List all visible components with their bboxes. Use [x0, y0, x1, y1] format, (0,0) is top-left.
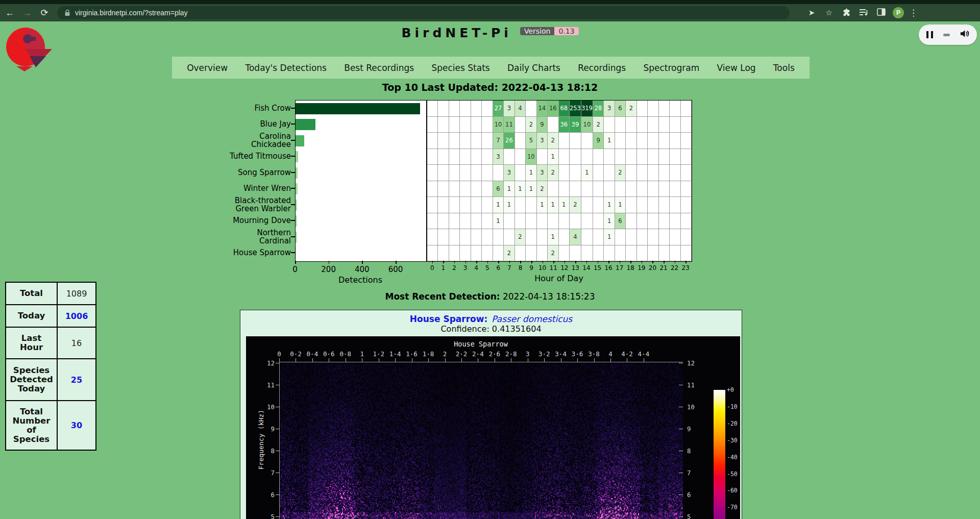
hour-tick-label: 1 [437, 264, 449, 271]
heatmap-cell: 3 [493, 149, 504, 165]
extensions-puzzle-icon[interactable] [840, 8, 853, 18]
browser-menu-button[interactable]: ⋮ [909, 8, 918, 18]
stats-value-total-number-of-species[interactable]: 30 [57, 401, 96, 450]
colorbar-tick: -30 [727, 437, 740, 444]
heatmap-cell [626, 165, 636, 181]
scientific-name: Passer domesticus [492, 314, 572, 324]
pause-button[interactable] [926, 31, 933, 38]
url-bar[interactable]: virginia.birdnetpi.com/?stream=play [57, 6, 790, 19]
nav-item-overview[interactable]: Overview [187, 63, 228, 73]
heatmap-cell: 16 [548, 101, 558, 117]
heatmap-cell [449, 181, 460, 197]
audio-seek-slider[interactable] [943, 34, 950, 36]
heatmap-cell: 2 [615, 165, 626, 181]
stats-value-today[interactable]: 1006 [57, 305, 96, 327]
heatmap-cell [659, 149, 670, 165]
heatmap-cell: 2 [548, 133, 558, 149]
spectrogram-time-tick-mark [528, 358, 528, 362]
volume-icon[interactable] [960, 29, 969, 40]
heatmap-cell [626, 117, 636, 133]
heatmap-cell [681, 133, 692, 149]
heatmap-cell [593, 181, 604, 197]
nav-item-view-log[interactable]: View Log [717, 63, 755, 73]
hour-tick-mark [531, 261, 532, 263]
heatmap-cell [681, 101, 692, 117]
heatmap-cell [581, 245, 593, 262]
heatmap-cell [449, 133, 460, 149]
nav-item-spectrogram[interactable]: Spectrogram [643, 63, 699, 73]
heatmap-cell [670, 133, 680, 149]
side-panel-icon[interactable] [874, 8, 888, 17]
spectrogram-time-tick-mark [346, 358, 346, 362]
send-icon[interactable]: ➤ [805, 8, 818, 17]
colorbar-tick: -50 [727, 471, 740, 478]
colorbar-tick: +0 [727, 386, 740, 393]
spectrogram-title: House Sparrow [279, 340, 682, 348]
heatmap-cell [670, 229, 680, 245]
nav-item-today-s-detections[interactable]: Today's Detections [245, 63, 327, 73]
heatmap-cell [471, 101, 482, 117]
forward-button[interactable]: → [19, 8, 35, 18]
heatmap-cell [427, 197, 438, 213]
freq-tick-mark [276, 473, 280, 473]
heatmap-cell: 1 [604, 197, 615, 213]
hour-tick-mark [465, 261, 467, 263]
heatmap-cell [460, 165, 471, 181]
colorbar-tick: -70 [727, 504, 740, 511]
heatmap-cell [681, 149, 692, 165]
heatmap-cell [637, 213, 648, 230]
heatmap-cell [482, 181, 493, 197]
playlist-icon[interactable] [857, 8, 870, 18]
freq-tick-mark [276, 385, 280, 385]
heatmap-cell [659, 133, 670, 149]
bookmark-star-icon[interactable]: ☆ [822, 8, 836, 17]
spectrogram-time-tick-mark [511, 358, 511, 362]
nav-item-best-recordings[interactable]: Best Recordings [344, 63, 414, 73]
heatmap-cell [438, 101, 449, 117]
heatmap-cell [438, 197, 449, 213]
species-tick [291, 156, 295, 157]
spectrogram-freq-tick-right: 5 [687, 513, 707, 519]
heatmap-cell [559, 133, 570, 149]
back-button[interactable]: ← [2, 8, 17, 18]
hour-tick-mark [575, 261, 576, 263]
profile-avatar[interactable]: P [893, 7, 904, 18]
heatmap-cell [438, 213, 449, 230]
heatmap-cell [526, 245, 536, 262]
spectrogram-time-tick-mark [312, 358, 313, 362]
heatmap-cell: 1 [493, 213, 504, 230]
spectrogram-time-tick-mark [627, 358, 627, 362]
colorbar-tick: -60 [727, 487, 740, 494]
hour-tick-mark [598, 261, 599, 263]
freq-tick-mark [276, 429, 280, 429]
nav-item-daily-charts[interactable]: Daily Charts [507, 63, 560, 73]
nav-item-species-stats[interactable]: Species Stats [431, 63, 489, 73]
heatmap-cell [427, 165, 438, 181]
heatmap-cell [471, 229, 482, 245]
heatmap-cell [670, 101, 680, 117]
heatmap-cell [482, 229, 493, 245]
nav-item-recordings[interactable]: Recordings [578, 63, 626, 73]
spectrogram-time-tick-mark [279, 358, 280, 362]
stats-value-species-detected-today[interactable]: 25 [57, 359, 96, 401]
heatmap-cell: 2 [537, 181, 548, 197]
species-link[interactable]: House Sparrow: [410, 314, 487, 324]
species-label-winter-wren: Winter Wren [217, 181, 291, 197]
stats-label: Last Hour [6, 327, 57, 359]
heatmap-cell [681, 197, 692, 213]
species-label-blue-jay: Blue Jay [217, 116, 291, 133]
hour-tick-label: 0 [427, 264, 438, 271]
bar-house-sparrow [296, 248, 296, 259]
heatmap-cell [471, 133, 482, 149]
heatmap-cell [615, 133, 626, 149]
heatmap-cell [659, 229, 670, 245]
hour-tick-mark [443, 261, 444, 263]
reload-button[interactable]: ⟳ [37, 7, 52, 18]
stats-row-species-detected-today: Species Detected Today25 [6, 359, 96, 401]
browser-toolbar: ← → ⟳ virginia.birdnetpi.com/?stream=pla… [0, 4, 980, 21]
spectrogram-time-tick-mark [395, 358, 396, 362]
audio-player[interactable] [919, 24, 977, 45]
heatmap-cell [537, 229, 548, 245]
nav-item-tools[interactable]: Tools [773, 63, 795, 73]
heatmap-cell [559, 213, 570, 230]
